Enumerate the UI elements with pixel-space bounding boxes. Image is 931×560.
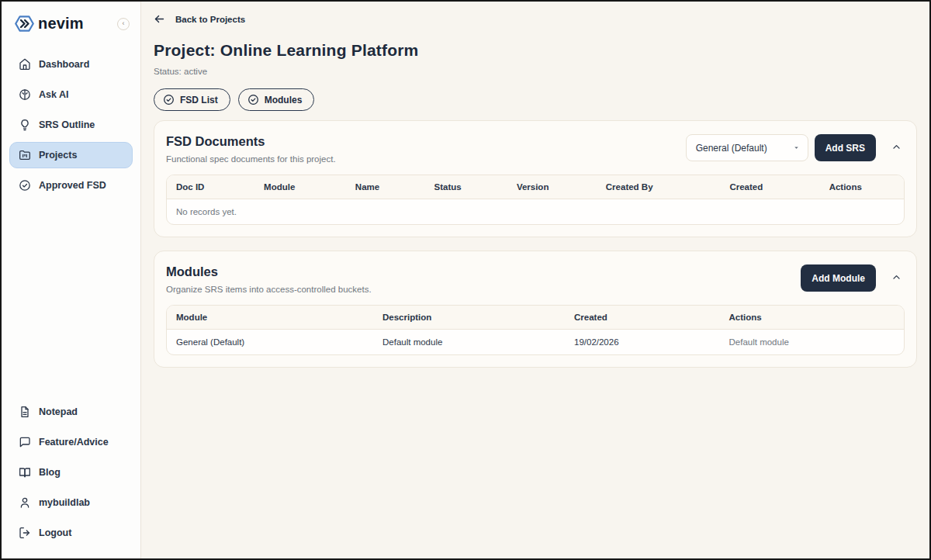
fsd-list-pill-button[interactable]: FSD List bbox=[154, 88, 230, 111]
column-header: Actions bbox=[720, 306, 905, 330]
sidebar-nav-bottom: Notepad Feature/Advice Blog bbox=[9, 399, 133, 546]
sidebar-item-label: Ask AI bbox=[39, 89, 68, 100]
caret-down-icon bbox=[793, 144, 800, 151]
module-created-cell: 19/02/2026 bbox=[565, 330, 720, 355]
brain-icon bbox=[19, 88, 31, 101]
pill-label: Modules bbox=[265, 95, 303, 105]
sidebar-item-label: Notepad bbox=[39, 406, 78, 417]
module-name-cell: General (Default) bbox=[167, 330, 373, 355]
sidebar-item-projects[interactable]: Projects bbox=[9, 142, 133, 168]
sidebar-item-notepad[interactable]: Notepad bbox=[9, 399, 133, 425]
file-text-icon bbox=[19, 406, 31, 418]
column-header: Doc ID bbox=[167, 175, 254, 199]
modules-table: Module Description Created Actions Gener… bbox=[166, 305, 905, 355]
fsd-card-title: FSD Documents bbox=[166, 134, 336, 149]
column-header: Module bbox=[167, 306, 373, 330]
back-label: Back to Projects bbox=[175, 15, 245, 24]
column-header: Created By bbox=[597, 175, 721, 199]
sidebar-item-ask-ai[interactable]: Ask AI bbox=[9, 81, 133, 108]
home-icon bbox=[19, 58, 31, 71]
sidebar-item-label: Dashboard bbox=[39, 59, 89, 70]
project-status: Status: active bbox=[154, 67, 917, 76]
column-header: Created bbox=[720, 175, 819, 199]
fsd-documents-card: FSD Documents Functional spec documents … bbox=[154, 120, 917, 237]
column-header: Name bbox=[346, 175, 425, 199]
module-description-cell: Default module bbox=[373, 330, 565, 355]
sidebar-item-logout[interactable]: Logout bbox=[9, 520, 133, 546]
sidebar-item-dashboard[interactable]: Dashboard bbox=[9, 51, 133, 78]
sidebar-item-label: Approved FSD bbox=[39, 180, 106, 191]
table-row: General (Default) Default module 19/02/2… bbox=[167, 330, 904, 355]
module-actions-cell: Default module bbox=[720, 330, 905, 355]
modules-card-controls: Add Module bbox=[801, 264, 905, 292]
user-icon bbox=[19, 496, 31, 509]
column-header: Actions bbox=[820, 175, 904, 199]
sidebar-item-label: SRS Outline bbox=[39, 119, 95, 130]
logout-icon bbox=[19, 527, 31, 539]
sidebar-item-label: Blog bbox=[39, 467, 61, 478]
sidebar-item-label: Feature/Advice bbox=[39, 437, 109, 448]
page-title: Project: Online Learning Platform bbox=[154, 41, 917, 60]
sidebar-item-feature-advice[interactable]: Feature/Advice bbox=[9, 429, 133, 455]
fsd-table-header-row: Doc ID Module Name Status Version Create… bbox=[167, 175, 904, 199]
chevron-up-icon bbox=[891, 142, 902, 152]
back-to-projects-link[interactable]: Back to Projects bbox=[154, 13, 245, 25]
column-header: Description bbox=[373, 306, 565, 330]
section-pills: FSD List Modules bbox=[154, 88, 917, 111]
sidebar: nevim ‹ Dashboard Ask AI bbox=[2, 2, 141, 558]
main-content: Back to Projects Project: Online Learnin… bbox=[141, 2, 929, 558]
arrow-left-icon bbox=[154, 13, 165, 25]
book-open-icon bbox=[19, 466, 31, 479]
sidebar-item-label: mybuildlab bbox=[39, 497, 90, 508]
modules-card-title: Modules bbox=[166, 264, 372, 279]
sidebar-nav-top: Dashboard Ask AI SRS Outlin bbox=[9, 51, 133, 199]
sidebar-item-label: Projects bbox=[39, 150, 77, 161]
modules-card: Modules Organize SRS items into access-c… bbox=[154, 251, 917, 368]
fsd-collapse-button[interactable] bbox=[888, 139, 905, 157]
fsd-card-controls: General (Default) Add SRS bbox=[686, 134, 905, 161]
fsd-table: Doc ID Module Name Status Version Create… bbox=[166, 175, 905, 225]
column-header: Module bbox=[254, 175, 346, 199]
sidebar-item-label: Logout bbox=[39, 527, 71, 538]
folder-kanban-icon bbox=[19, 149, 31, 161]
app-logo[interactable]: nevim bbox=[14, 13, 84, 34]
sidebar-item-mybuildlab[interactable]: mybuildlab bbox=[9, 489, 133, 516]
lightbulb-icon bbox=[19, 119, 31, 131]
fsd-empty-row: No records yet. bbox=[167, 199, 904, 225]
sidebar-item-approved-fsd[interactable]: Approved FSD bbox=[9, 172, 133, 199]
message-icon bbox=[19, 436, 31, 448]
empty-state-text: No records yet. bbox=[167, 199, 904, 225]
sidebar-item-blog[interactable]: Blog bbox=[9, 459, 133, 486]
column-header: Created bbox=[565, 306, 720, 330]
sidebar-spacer bbox=[9, 199, 133, 399]
sidebar-collapse-button[interactable]: ‹ bbox=[117, 18, 130, 30]
pill-label: FSD List bbox=[180, 95, 218, 105]
column-header: Version bbox=[507, 175, 597, 199]
chevron-up-icon bbox=[891, 272, 902, 282]
module-select-value: General (Default) bbox=[696, 143, 767, 154]
add-srs-button[interactable]: Add SRS bbox=[815, 134, 876, 161]
check-circle-icon bbox=[19, 179, 31, 192]
module-select[interactable]: General (Default) bbox=[686, 134, 808, 161]
modules-pill-button[interactable]: Modules bbox=[238, 88, 315, 111]
modules-card-subtitle: Organize SRS items into access-controlle… bbox=[166, 285, 372, 294]
column-header: Status bbox=[424, 175, 507, 199]
fsd-card-heading: FSD Documents Functional spec documents … bbox=[166, 134, 336, 164]
modules-card-heading: Modules Organize SRS items into access-c… bbox=[166, 264, 372, 294]
sidebar-item-srs-outline[interactable]: SRS Outline bbox=[9, 112, 133, 138]
add-module-button[interactable]: Add Module bbox=[801, 264, 876, 292]
fsd-card-subtitle: Functional spec documents for this proje… bbox=[166, 154, 336, 164]
logo-row: nevim ‹ bbox=[9, 12, 133, 34]
logo-text: nevim bbox=[38, 15, 84, 33]
check-circle-icon bbox=[163, 94, 175, 105]
nevim-logo-icon bbox=[14, 13, 35, 34]
check-circle-icon bbox=[247, 94, 259, 105]
modules-collapse-button[interactable] bbox=[888, 269, 905, 288]
modules-table-header-row: Module Description Created Actions bbox=[167, 306, 904, 330]
